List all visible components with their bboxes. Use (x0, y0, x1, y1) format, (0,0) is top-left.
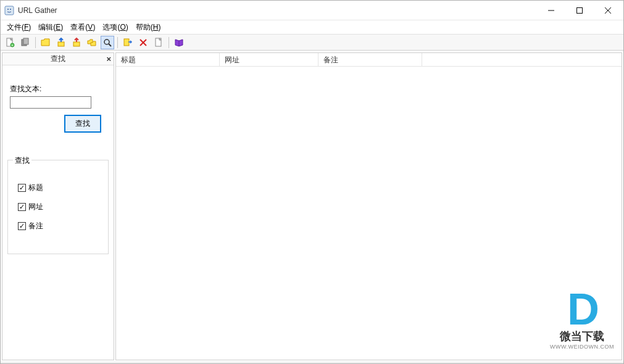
titlebar: URL Gather (1, 1, 623, 20)
list-header: 标题 网址 备注 (116, 53, 622, 67)
checkbox-icon: ✓ (18, 184, 26, 192)
check-remark[interactable]: ✓ 备注 (18, 221, 98, 231)
search-input[interactable] (10, 96, 91, 109)
panel-header: 查找 × (2, 53, 114, 65)
group-legend: 查找 (13, 155, 31, 166)
panel-body: 查找文本: 查找 (2, 65, 114, 141)
delete-x-icon[interactable] (136, 36, 150, 49)
svg-text:+: + (12, 43, 14, 47)
search-button[interactable]: 查找 (64, 115, 101, 133)
svg-point-2 (10, 9, 11, 10)
export-icon[interactable] (121, 36, 135, 49)
window-controls (537, 1, 622, 20)
toolbar-separator (168, 37, 169, 48)
svg-rect-4 (577, 7, 583, 13)
toolbar: + (1, 35, 623, 51)
menu-edit[interactable]: 编辑(E) (35, 21, 67, 34)
search-panel: 查找 × 查找文本: 查找 查找 ✓ 标题 ✓ 网址 ✓ 备注 (2, 52, 114, 360)
search-options-group: 查找 ✓ 标题 ✓ 网址 ✓ 备注 (7, 160, 109, 254)
menu-file[interactable]: 文件(F) (3, 21, 35, 34)
check-url[interactable]: ✓ 网址 (18, 202, 98, 212)
watermark-logo-icon: D (550, 287, 614, 331)
check-label: 备注 (28, 221, 43, 231)
column-url[interactable]: 网址 (220, 53, 318, 66)
search-text-label: 查找文本: (10, 84, 106, 94)
window-title: URL Gather (18, 6, 537, 15)
book-icon[interactable] (172, 36, 186, 49)
content-area: 查找 × 查找文本: 查找 查找 ✓ 标题 ✓ 网址 ✓ 备注 标题 (1, 51, 623, 362)
checkbox-icon: ✓ (18, 203, 26, 211)
svg-rect-0 (5, 6, 14, 15)
maximize-button[interactable] (565, 1, 594, 20)
menu-options[interactable]: 选项(O) (99, 21, 131, 34)
svg-rect-11 (23, 38, 28, 44)
url-list: 标题 网址 备注 D 微当下载 WWW.WEIDOWN.COM (115, 52, 622, 360)
extract-blue-icon[interactable] (54, 36, 68, 49)
copy-icon[interactable] (19, 36, 32, 49)
folder-yellow-icon[interactable] (39, 36, 52, 49)
minimize-button[interactable] (537, 1, 565, 20)
toolbar-separator (117, 37, 118, 48)
extract-red-icon[interactable] (70, 36, 83, 49)
panel-close-icon[interactable]: × (106, 54, 111, 64)
svg-point-1 (7, 9, 9, 10)
watermark-text: 微当下载 (550, 329, 614, 344)
panel-title: 查找 (51, 54, 65, 64)
find-magnifier-icon[interactable] (101, 36, 114, 49)
svg-rect-13 (73, 42, 80, 46)
checkbox-icon: ✓ (18, 222, 26, 230)
svg-point-14 (104, 39, 109, 44)
close-button[interactable] (594, 1, 622, 20)
svg-rect-12 (58, 42, 64, 46)
menu-help[interactable]: 帮助(H) (132, 21, 165, 34)
page-icon[interactable] (152, 36, 165, 49)
svg-line-15 (109, 44, 111, 46)
folders-icon[interactable] (85, 36, 99, 49)
watermark: D 微当下载 WWW.WEIDOWN.COM (550, 287, 614, 350)
menu-view[interactable]: 查看(V) (67, 21, 99, 34)
toolbar-separator (35, 37, 36, 48)
check-title[interactable]: ✓ 标题 (18, 183, 98, 193)
column-title[interactable]: 标题 (116, 53, 220, 66)
menubar: 文件(F) 编辑(E) 查看(V) 选项(O) 帮助(H) (1, 20, 623, 35)
new-doc-icon[interactable]: + (3, 36, 17, 49)
watermark-url: WWW.WEIDOWN.COM (550, 344, 614, 350)
column-remark[interactable]: 备注 (318, 53, 422, 66)
svg-rect-16 (124, 39, 129, 46)
app-icon (4, 6, 14, 15)
check-label: 网址 (28, 202, 43, 212)
check-label: 标题 (28, 183, 43, 193)
status-bar (1, 362, 623, 363)
